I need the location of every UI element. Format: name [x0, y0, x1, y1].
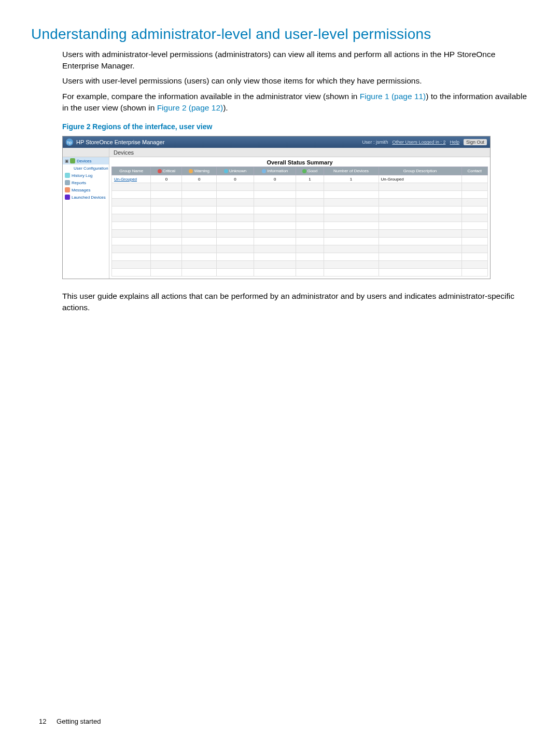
- table-row: [112, 245, 488, 253]
- paragraph-2: Users with user-level permissions (users…: [62, 75, 529, 87]
- paragraph-4: This user guide explains all actions tha…: [62, 291, 529, 313]
- user-label: User : jsmith: [362, 140, 388, 145]
- sidebar-item-launched-devices[interactable]: Launched Devices: [63, 194, 109, 201]
- sidebar-item-devices[interactable]: ▣ Devices: [63, 157, 109, 164]
- footer-section: Getting started: [57, 717, 101, 725]
- col-good-label: Good: [307, 169, 318, 173]
- good-icon: [302, 169, 306, 173]
- critical-icon: [158, 169, 162, 173]
- page-heading: Understanding administrator-level and us…: [31, 26, 529, 43]
- cell-unknown: 0: [217, 175, 254, 183]
- cell-critical: 0: [151, 175, 182, 183]
- sidebar-item-messages[interactable]: Messages: [63, 186, 109, 194]
- warning-icon: [189, 169, 193, 173]
- table-row[interactable]: Un-Grouped 0 0 0 0 1 1 Un-Grouped: [112, 175, 488, 183]
- table-row: [112, 253, 488, 261]
- para3-text-a: For example, compare the information ava…: [62, 92, 360, 101]
- col-critical[interactable]: Critical: [151, 167, 182, 175]
- app-screenshot: hp HP StoreOnce Enterprise Manager User …: [62, 136, 491, 279]
- cell-information: 0: [254, 175, 296, 183]
- table-row: [112, 261, 488, 269]
- table-row: [112, 191, 488, 199]
- reports-icon: [65, 180, 70, 185]
- sidebar-item-label: Messages: [72, 188, 90, 192]
- sidebar-item-label: Reports: [72, 181, 86, 185]
- unknown-icon: [224, 169, 228, 173]
- table-row: [112, 214, 488, 222]
- sidebar-item-label: History Log: [72, 173, 92, 178]
- cell-group-desc: Un-Grouped: [379, 175, 461, 183]
- table-row: [112, 269, 488, 277]
- summary-title: Overall Status Summary: [109, 157, 490, 167]
- paragraph-3: For example, compare the information ava…: [62, 91, 529, 113]
- cell-group-name[interactable]: Un-Grouped: [112, 175, 151, 183]
- app-title: HP StoreOnce Enterprise Manager: [76, 139, 164, 145]
- sidebar-item-label: User Configuration: [74, 166, 108, 171]
- col-information-label: Information: [267, 169, 288, 173]
- cell-good: 1: [296, 175, 324, 183]
- sidebar-item-reports[interactable]: Reports: [63, 179, 109, 186]
- history-log-icon: [65, 173, 70, 178]
- messages-icon: [65, 187, 70, 192]
- col-contact[interactable]: Contact: [461, 167, 487, 175]
- col-unknown-label: Unknown: [229, 169, 246, 173]
- para3-text-c: ).: [223, 103, 228, 112]
- sidebar-item-user-config[interactable]: User Configuration: [63, 164, 109, 172]
- sign-out-button[interactable]: Sign Out: [464, 139, 487, 145]
- table-row: [112, 206, 488, 214]
- col-warning-label: Warning: [194, 169, 209, 173]
- sidebar-item-label: Devices: [77, 159, 91, 163]
- collapse-icon[interactable]: ▣: [65, 159, 69, 163]
- figure-1-link[interactable]: Figure 1 (page 11): [360, 92, 426, 101]
- other-users-link[interactable]: Other Users Logged in : 2: [392, 140, 445, 145]
- devices-icon: [70, 158, 75, 163]
- col-group-name[interactable]: Group Name: [112, 167, 151, 175]
- table-row: [112, 238, 488, 245]
- col-warning[interactable]: Warning: [182, 167, 217, 175]
- launched-devices-icon: [65, 195, 70, 200]
- col-unknown[interactable]: Unknown: [217, 167, 254, 175]
- cell-warning: 0: [182, 175, 217, 183]
- col-critical-label: Critical: [163, 169, 175, 173]
- cell-num-devices: 1: [324, 175, 379, 183]
- table-row: [112, 183, 488, 191]
- app-titlebar: hp HP StoreOnce Enterprise Manager User …: [63, 136, 490, 148]
- col-group-desc[interactable]: Group Description: [379, 167, 461, 175]
- table-row: [112, 222, 488, 230]
- information-icon: [262, 169, 266, 173]
- help-link[interactable]: Help: [450, 140, 459, 145]
- col-num-devices[interactable]: Number of Devices: [324, 167, 379, 175]
- breadcrumb: Devices: [109, 148, 490, 157]
- cell-contact: [461, 175, 487, 183]
- page-number: 12: [39, 717, 46, 725]
- sidebar: ▣ Devices User Configuration History Log…: [63, 148, 109, 279]
- sidebar-item-label: Launched Devices: [72, 195, 106, 200]
- col-information[interactable]: Information: [254, 167, 296, 175]
- status-summary-table: Group Name Critical Warning Unknown Info…: [111, 167, 488, 277]
- page-footer: 12 Getting started: [39, 717, 101, 725]
- col-good[interactable]: Good: [296, 167, 324, 175]
- figure-2-link[interactable]: Figure 2 (page 12): [157, 103, 223, 112]
- table-row: [112, 230, 488, 238]
- sidebar-item-history-log[interactable]: History Log: [63, 172, 109, 179]
- paragraph-1: Users with administrator-level permissio…: [62, 49, 529, 71]
- table-row: [112, 199, 488, 206]
- figure-caption: Figure 2 Regions of the interface, user …: [62, 122, 529, 131]
- hp-logo-icon: hp: [66, 139, 73, 146]
- sidebar-header-spacer: [63, 148, 109, 157]
